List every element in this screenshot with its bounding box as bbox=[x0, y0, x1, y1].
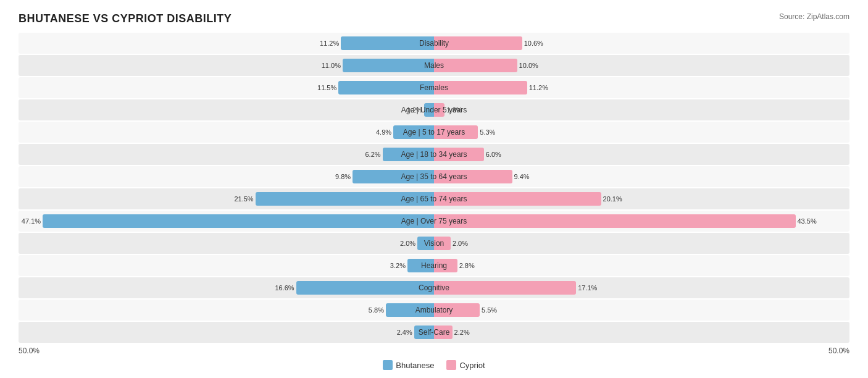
table-row: Hearing3.2%2.8% bbox=[19, 255, 849, 276]
left-value: 2.4% bbox=[397, 329, 412, 336]
right-value: 10.0% bbox=[519, 62, 538, 69]
left-value: 11.2% bbox=[320, 40, 339, 47]
axis-left: 50.0% bbox=[19, 346, 434, 355]
table-row: Ambulatory5.8%5.5% bbox=[19, 300, 849, 321]
source-label: Source: ZipAtlas.com bbox=[779, 12, 849, 21]
blue-swatch bbox=[383, 360, 393, 370]
row-label: Vision bbox=[424, 239, 444, 248]
chart-title: BHUTANESE VS CYPRIOT DISABILITY bbox=[19, 12, 232, 25]
right-value: 2.0% bbox=[453, 240, 468, 247]
row-label: Ambulatory bbox=[415, 306, 453, 314]
row-label: Self-Care bbox=[419, 328, 450, 337]
axis-right: 50.0% bbox=[434, 346, 849, 355]
table-row: Age | 18 to 34 years6.2%6.0% bbox=[19, 144, 849, 165]
left-value: 21.5% bbox=[234, 195, 253, 203]
table-row: Age | 5 to 17 years4.9%5.3% bbox=[19, 122, 849, 143]
row-label: Age | 5 to 17 years bbox=[403, 128, 465, 136]
row-label: Hearing bbox=[421, 261, 447, 270]
table-row: Self-Care2.4%2.2% bbox=[19, 322, 849, 343]
legend-blue: Bhutanese bbox=[383, 360, 434, 370]
left-value: 6.2% bbox=[365, 151, 380, 158]
right-value: 1.3% bbox=[446, 106, 462, 114]
row-label: Cognitive bbox=[419, 284, 449, 292]
left-bar bbox=[343, 59, 434, 72]
left-value: 5.8% bbox=[369, 306, 384, 314]
row-label: Age | 18 to 34 years bbox=[401, 150, 467, 159]
right-value: 6.0% bbox=[486, 151, 501, 158]
left-bar bbox=[296, 281, 434, 295]
right-value: 17.1% bbox=[578, 284, 597, 292]
table-row: Males11.0%10.0% bbox=[19, 55, 849, 76]
legend: Bhutanese Cypriot bbox=[19, 360, 849, 370]
left-bar bbox=[43, 214, 434, 228]
blue-label: Bhutanese bbox=[396, 361, 434, 370]
row-label: Females bbox=[420, 83, 448, 92]
right-bar bbox=[434, 59, 517, 72]
chart-wrapper: Disability11.2%10.6%Males11.0%10.0%Femal… bbox=[19, 33, 849, 370]
left-value: 4.9% bbox=[376, 128, 391, 136]
rows-container: Disability11.2%10.6%Males11.0%10.0%Femal… bbox=[19, 33, 849, 343]
left-value: 1.2% bbox=[407, 106, 422, 114]
left-value: 11.5% bbox=[317, 84, 336, 91]
pink-label: Cypriot bbox=[459, 361, 485, 370]
right-value: 2.8% bbox=[459, 262, 475, 269]
left-value: 2.0% bbox=[400, 240, 415, 247]
legend-pink: Cypriot bbox=[446, 360, 485, 370]
table-row: Cognitive16.6%17.1% bbox=[19, 277, 849, 298]
left-value: 3.2% bbox=[390, 262, 406, 269]
left-value: 16.6% bbox=[275, 284, 294, 292]
table-row: Disability11.2%10.6% bbox=[19, 33, 849, 54]
row-label: Age | Over 75 years bbox=[401, 217, 467, 225]
table-row: Age | 65 to 74 years21.5%20.1% bbox=[19, 188, 849, 209]
pink-swatch bbox=[446, 360, 456, 370]
row-label: Age | 35 to 64 years bbox=[401, 172, 467, 181]
right-value: 2.2% bbox=[454, 329, 470, 336]
table-row: Vision2.0%2.0% bbox=[19, 233, 849, 254]
right-value: 43.5% bbox=[798, 217, 817, 225]
right-value: 20.1% bbox=[603, 195, 622, 203]
table-row: Females11.5%11.2% bbox=[19, 77, 849, 98]
right-value: 5.5% bbox=[482, 306, 497, 314]
right-value: 5.3% bbox=[480, 128, 495, 136]
table-row: Age | 35 to 64 years9.8%9.4% bbox=[19, 166, 849, 187]
page-container: BHUTANESE VS CYPRIOT DISABILITY Source: … bbox=[19, 12, 849, 370]
right-value: 9.4% bbox=[514, 173, 530, 180]
axis-row: 50.0% 50.0% bbox=[19, 346, 849, 355]
table-row: Age | Under 5 years1.2%1.3% bbox=[19, 99, 849, 120]
table-row: Age | Over 75 years47.1%43.5% bbox=[19, 211, 849, 232]
right-value: 11.2% bbox=[529, 84, 548, 91]
row-label: Males bbox=[424, 61, 444, 70]
left-value: 11.0% bbox=[322, 62, 341, 69]
right-bar bbox=[434, 281, 576, 295]
left-value: 9.8% bbox=[335, 173, 351, 180]
row-label: Disability bbox=[419, 39, 449, 48]
left-value: 47.1% bbox=[22, 217, 41, 225]
right-value: 10.6% bbox=[524, 40, 543, 47]
right-bar bbox=[434, 214, 796, 228]
row-label: Age | 65 to 74 years bbox=[401, 195, 467, 203]
